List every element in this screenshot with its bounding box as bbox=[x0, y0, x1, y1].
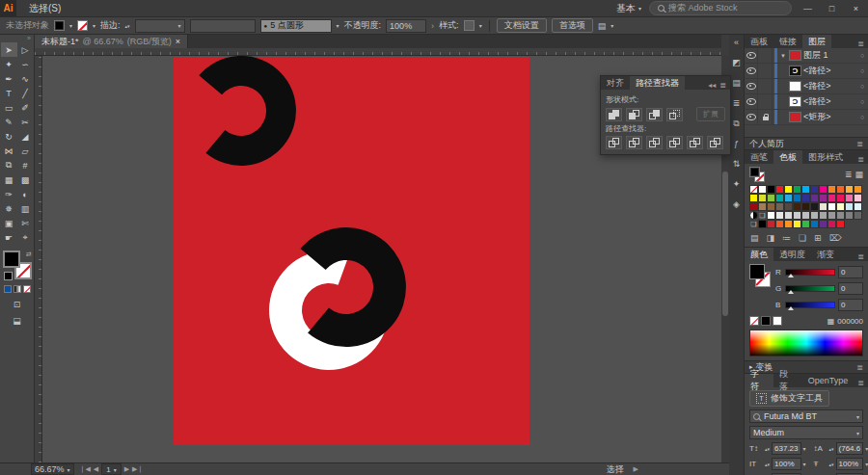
style-swatch[interactable] bbox=[464, 20, 475, 31]
layer-row[interactable]: ▼图层 1○ bbox=[745, 48, 868, 64]
swatch[interactable] bbox=[836, 220, 845, 228]
swatch[interactable] bbox=[801, 194, 810, 202]
zoom-level-dropdown[interactable]: 66.67% ▾ bbox=[31, 463, 74, 475]
font-family-field[interactable]: Futura Md BT ▾ bbox=[749, 409, 863, 423]
swatch[interactable] bbox=[810, 202, 819, 211]
scrollbar-thumb[interactable] bbox=[722, 172, 728, 316]
pathfinder-merge-button[interactable] bbox=[646, 136, 663, 149]
swatch[interactable] bbox=[793, 194, 801, 202]
opacity-panel-arrow[interactable]: › bbox=[431, 21, 434, 31]
zoom-tool[interactable]: ⌖ bbox=[17, 230, 34, 245]
pathfinder-minus-back-button[interactable] bbox=[707, 136, 723, 149]
fill-stroke-control[interactable]: ⇄ bbox=[3, 251, 32, 279]
default-fill-stroke-icon[interactable] bbox=[4, 272, 13, 280]
panel-menu-icon[interactable]: ≣ bbox=[854, 379, 868, 387]
swatch[interactable] bbox=[819, 220, 827, 228]
new-swatch-icon[interactable]: ⊞ bbox=[814, 233, 822, 243]
swatch[interactable] bbox=[819, 185, 827, 194]
panel-menu-icon[interactable]: ≣ bbox=[854, 40, 868, 48]
swatch[interactable] bbox=[845, 211, 854, 220]
layer-row[interactable]: <矩形>○ bbox=[745, 110, 868, 125]
perspective-grid-tool[interactable]: # bbox=[17, 158, 34, 172]
swatch-libraries-icon[interactable]: ▤ bbox=[750, 233, 759, 243]
visibility-toggle[interactable] bbox=[745, 79, 758, 93]
swatch[interactable] bbox=[767, 211, 775, 220]
vertical-scale-field[interactable]: IT▴▾ 100%▾ bbox=[749, 458, 806, 470]
none-swatch[interactable] bbox=[749, 185, 758, 194]
libraries-panel-icon[interactable]: ▤ bbox=[732, 77, 741, 89]
expand-caret-icon[interactable]: ▼ bbox=[779, 53, 787, 59]
panel-menu-icon[interactable]: ≣ bbox=[719, 81, 726, 90]
prev-artboard-icon[interactable]: ◀ bbox=[94, 465, 98, 473]
swatch[interactable] bbox=[758, 220, 767, 228]
toolbar-grip[interactable]: » bbox=[0, 35, 34, 42]
library-bar[interactable]: 个人简历 ≣ bbox=[745, 138, 868, 150]
lock-toggle[interactable] bbox=[760, 94, 773, 109]
menu-item[interactable]: 选择(S) bbox=[22, 0, 70, 17]
swatch[interactable] bbox=[836, 202, 845, 211]
swatch-kinds-icon[interactable]: ◨ bbox=[767, 233, 775, 243]
layer-thumbnail[interactable]: Ɔ bbox=[789, 66, 801, 76]
swatch[interactable] bbox=[758, 202, 767, 211]
swatch[interactable] bbox=[801, 185, 810, 194]
swatch[interactable] bbox=[793, 220, 801, 228]
paintbrush-tool[interactable]: ✐ bbox=[17, 100, 34, 115]
character-tab[interactable]: OpenType bbox=[802, 374, 854, 387]
lasso-tool[interactable]: ∽ bbox=[17, 57, 34, 71]
layer-name[interactable]: <路径> bbox=[803, 65, 854, 77]
pathfinder-divide-button[interactable] bbox=[606, 136, 622, 149]
visibility-toggle[interactable] bbox=[745, 94, 758, 109]
document-setup-button[interactable]: 文档设置 bbox=[497, 18, 547, 33]
pathfinder-tab[interactable]: 对齐 bbox=[601, 76, 630, 90]
direct-selection-tool[interactable]: ▷ bbox=[17, 42, 34, 57]
swatch[interactable] bbox=[827, 202, 836, 211]
color-group-folder-icon[interactable]: ❏ bbox=[758, 211, 767, 220]
swatches-tab[interactable]: 图形样式 bbox=[802, 150, 849, 164]
swatch[interactable] bbox=[819, 194, 827, 202]
fill-color-swatch[interactable] bbox=[54, 20, 65, 31]
first-artboard-icon[interactable]: ❘◀ bbox=[80, 465, 91, 473]
free-transform-tool[interactable]: ▱ bbox=[17, 144, 34, 158]
eyedropper-tool[interactable]: ✑ bbox=[1, 187, 17, 201]
slider-track[interactable] bbox=[785, 302, 835, 308]
status-flyout-icon[interactable]: ▶ bbox=[634, 465, 638, 473]
swatch[interactable] bbox=[845, 194, 854, 202]
layer-row[interactable]: Ɔ<路径>○ bbox=[745, 64, 868, 79]
black-swatch[interactable] bbox=[761, 316, 771, 326]
leading-field[interactable]: ↕A▴▾ (764.6▾ bbox=[814, 442, 868, 455]
slice-tool[interactable]: ✄ bbox=[17, 216, 34, 230]
slider-track[interactable] bbox=[785, 285, 835, 292]
layer-thumbnail[interactable] bbox=[789, 112, 801, 122]
document-tab[interactable]: 未标题-1* @ 66.67% (RGB/预览) × bbox=[35, 35, 188, 48]
stroke-weight-field[interactable]: ▾ bbox=[135, 19, 185, 33]
swatch[interactable] bbox=[827, 211, 836, 220]
stroke-color-swatch[interactable] bbox=[77, 20, 88, 31]
layer-name[interactable]: <矩形> bbox=[803, 111, 854, 123]
minimize-button[interactable]: — bbox=[800, 2, 816, 15]
color-group-folder-icon[interactable]: ❏ bbox=[749, 220, 758, 228]
color-mode-button[interactable] bbox=[4, 285, 12, 293]
brush-definition-dropdown[interactable]: ●5 点圆形 bbox=[260, 19, 332, 33]
swatches-tab[interactable]: 色板 bbox=[773, 150, 802, 164]
shape-mode-intersect-button[interactable] bbox=[646, 108, 663, 121]
swatch[interactable] bbox=[758, 194, 767, 202]
hand-tool[interactable]: ☛ bbox=[1, 230, 17, 245]
swatch[interactable] bbox=[775, 211, 784, 220]
blend-tool[interactable]: ◐ bbox=[17, 187, 34, 201]
shape-builder-tool[interactable]: ⧉ bbox=[1, 158, 17, 172]
artboard-tool[interactable]: ▣ bbox=[1, 216, 17, 230]
target-circle-icon[interactable]: ○ bbox=[856, 98, 868, 105]
slider-knob[interactable] bbox=[788, 274, 794, 277]
swatch[interactable] bbox=[854, 185, 862, 194]
swatch[interactable] bbox=[819, 202, 827, 211]
last-artboard-icon[interactable]: ▶❘ bbox=[132, 465, 143, 473]
visibility-toggle[interactable] bbox=[745, 64, 758, 78]
swatch[interactable] bbox=[801, 220, 810, 228]
swatch[interactable] bbox=[793, 211, 801, 220]
graph-tool[interactable]: ▥ bbox=[17, 201, 34, 216]
swatch[interactable] bbox=[784, 194, 793, 202]
slider-value[interactable]: 0 bbox=[838, 299, 863, 311]
gradient-tool[interactable]: ▩ bbox=[17, 172, 34, 187]
collapse-icon[interactable]: ◂◂ bbox=[708, 81, 716, 90]
glyphs-panel-icon[interactable]: ƒ bbox=[734, 138, 739, 149]
